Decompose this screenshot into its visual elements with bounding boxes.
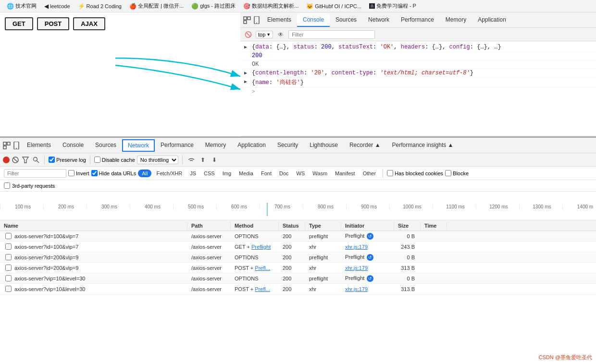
td-status-4: 200 <box>279 275 305 282</box>
timeline-marker <box>267 203 268 216</box>
bookmark-free-learn[interactable]: 🅰 免费学习编程 - P <box>366 1 419 11</box>
filter-media[interactable]: Media <box>236 170 256 177</box>
network-filter-input[interactable] <box>4 169 66 178</box>
filter-wasm[interactable]: Wasm <box>310 170 330 177</box>
top-selector[interactable]: top ▼ <box>256 31 273 38</box>
tab-memory-top[interactable]: Memory <box>440 13 472 27</box>
row-checkbox-5[interactable] <box>5 286 12 292</box>
preflight-link-3[interactable]: Prefl... <box>255 265 270 271</box>
inspect-icon-bottom[interactable] <box>2 141 12 150</box>
bookmark-leetcode[interactable]: ◀ leetcode <box>41 2 73 11</box>
tab-lighthouse-bottom[interactable]: Lighthouse <box>304 139 344 152</box>
mobile-icon[interactable] <box>252 15 261 25</box>
filter-img[interactable]: Img <box>220 170 234 177</box>
td-method-1: GET + Preflight <box>231 243 279 251</box>
filter-css[interactable]: CSS <box>201 170 218 177</box>
initiator-link-3[interactable]: xhr.js:179 <box>345 265 368 271</box>
tab-security-bottom[interactable]: Security <box>272 139 304 152</box>
console-line-2[interactable]: OK <box>240 61 596 69</box>
table-row[interactable]: axios-server?id=100&vip=7 /axios-server … <box>0 231 596 242</box>
initiator-link-1[interactable]: xhr.js:179 <box>345 244 368 250</box>
disable-cache-checkbox[interactable]: Disable cache <box>94 157 135 163</box>
search-icon[interactable] <box>32 156 40 164</box>
table-row[interactable]: axios-server?vip=10&level=30 /axios-serv… <box>0 273 596 284</box>
third-party-checkbox[interactable] <box>4 182 10 189</box>
tab-network-top[interactable]: Network <box>362 13 395 27</box>
tick-1300ms: 1300 ms <box>519 204 562 209</box>
console-line-4[interactable]: ▶ {name: '尚硅谷'} <box>240 78 596 87</box>
expand-arrow-0[interactable]: ▶ <box>244 44 247 50</box>
hide-data-urls-checkbox[interactable]: Hide data URLs <box>91 170 137 176</box>
console-line-1[interactable]: 200 <box>240 52 596 61</box>
row-checkbox-2[interactable] <box>5 254 12 260</box>
expand-arrow-3[interactable]: ▶ <box>244 70 247 76</box>
tab-sources-top[interactable]: Sources <box>330 13 362 27</box>
tab-sources-bottom[interactable]: Sources <box>89 139 122 152</box>
tab-network-bottom[interactable]: Network <box>122 139 155 152</box>
get-button[interactable]: GET <box>5 17 33 30</box>
filter-fetchxhr[interactable]: Fetch/XHR <box>153 170 185 177</box>
throttle-select[interactable]: No throttling <box>137 156 178 164</box>
invert-checkbox[interactable]: Invert <box>68 170 89 176</box>
tab-performance-bottom[interactable]: Performance <box>155 139 199 152</box>
tab-performance-top[interactable]: Performance <box>395 13 440 27</box>
preflight-link-5[interactable]: Prefl... <box>255 286 270 292</box>
filter-icon[interactable] <box>21 156 30 164</box>
blocked-checkbox[interactable]: Blocke <box>445 170 469 176</box>
has-blocked-cookies-checkbox[interactable]: Has blocked cookies <box>387 170 443 176</box>
tab-memory-bottom[interactable]: Memory <box>199 139 232 152</box>
filter-font[interactable]: Font <box>258 170 274 177</box>
download-icon[interactable]: ⬇ <box>210 155 219 165</box>
bookmark-glgs[interactable]: 🟢 glgs - 路过图床 <box>188 1 238 11</box>
row-checkbox-1[interactable] <box>5 243 12 250</box>
bookmark-github[interactable]: 🐱 GitHubf OI / ICPC... <box>303 2 364 11</box>
table-row[interactable]: axios-server?vip=10&level=30 /axios-serv… <box>0 284 596 294</box>
initiator-link-5[interactable]: xhr.js:179 <box>345 286 368 292</box>
expand-arrow-4[interactable]: ▶ <box>244 79 247 85</box>
row-checkbox-4[interactable] <box>5 275 12 281</box>
eye-icon[interactable]: 👁 <box>276 30 286 39</box>
block-icon[interactable]: 🚫 <box>243 30 253 39</box>
tab-elements-top[interactable]: Elements <box>261 13 297 27</box>
console-filter-input[interactable] <box>288 30 375 39</box>
upload-icon[interactable]: ⬆ <box>198 155 208 165</box>
tab-elements-bottom[interactable]: Elements <box>21 139 57 152</box>
record-button[interactable] <box>3 157 10 163</box>
filter-manifest[interactable]: Manifest <box>332 170 358 177</box>
bookmark-技术官网[interactable]: 🌐 技术官网 <box>4 1 39 11</box>
bookmark-datastructure[interactable]: 🎯 数据结构图文解析... <box>240 1 301 11</box>
table-row[interactable]: axios-server?id=200&vip=9 /axios-server … <box>0 252 596 263</box>
divider-1 <box>44 156 45 164</box>
filter-row: Invert Hide data URLs All Fetch/XHR JS C… <box>0 167 596 180</box>
row-checkbox-0[interactable] <box>5 233 12 239</box>
filter-doc[interactable]: Doc <box>276 170 292 177</box>
mobile-icon-bottom[interactable] <box>12 141 21 150</box>
filter-all[interactable]: All <box>138 170 151 177</box>
tab-performance-insights-bottom[interactable]: Performance insights ▲ <box>386 139 459 152</box>
tab-application-bottom[interactable]: Application <box>232 139 272 152</box>
td-initiator-4: Preflight ↺ <box>341 274 394 283</box>
table-row[interactable]: axios-server?id=200&vip=9 /axios-server … <box>0 263 596 273</box>
console-input-row[interactable]: > <box>240 87 596 96</box>
bookmark-label-4: glgs - 路过图床 <box>200 2 236 10</box>
filter-ws[interactable]: WS <box>294 170 308 177</box>
bookmark-wechat[interactable]: 🍎 全局配置 | 微信开... <box>126 1 186 11</box>
preserve-log-checkbox[interactable]: Preserve log <box>49 157 86 163</box>
table-row[interactable]: axios-server?id=100&vip=7 /axios-server … <box>0 242 596 252</box>
post-button[interactable]: POST <box>37 17 69 30</box>
console-line-3[interactable]: ▶ {content-length: '20', content-type: '… <box>240 69 596 78</box>
bookmark-road2coding[interactable]: ⚡ Road 2 Coding <box>75 2 124 11</box>
tab-console-bottom[interactable]: Console <box>57 139 89 152</box>
tab-application-top[interactable]: Application <box>472 13 512 27</box>
tab-recorder-bottom[interactable]: Recorder ▲ <box>344 139 386 152</box>
console-line-0[interactable]: ▶ {data: {…}, status: 200, statusText: '… <box>240 43 596 52</box>
filter-js[interactable]: JS <box>187 170 199 177</box>
preflight-link-1[interactable]: Preflight <box>251 244 271 250</box>
filter-other[interactable]: Other <box>360 170 379 177</box>
ajax-button[interactable]: AJAX <box>73 17 105 30</box>
stop-button[interactable] <box>12 156 19 164</box>
row-checkbox-3[interactable] <box>5 265 12 271</box>
inspect-icon[interactable] <box>242 15 252 25</box>
wifi-icon[interactable] <box>186 155 196 165</box>
tab-console-top[interactable]: Console <box>297 13 330 27</box>
